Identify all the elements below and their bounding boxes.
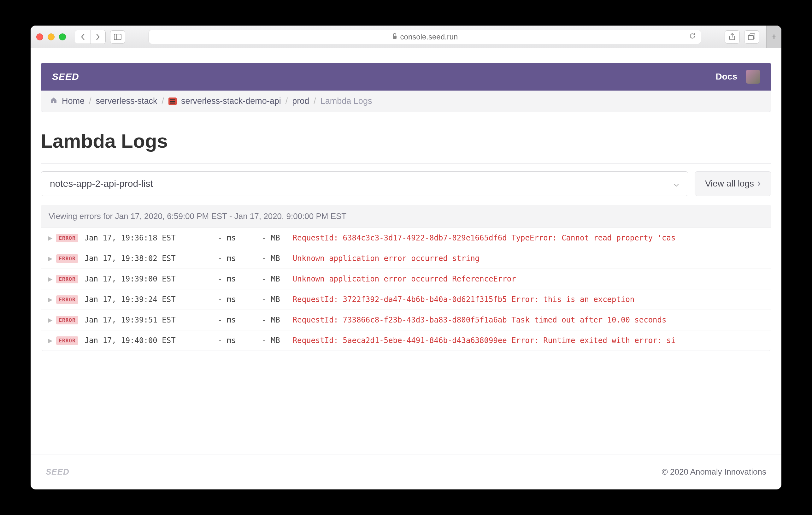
- close-window-button[interactable]: [36, 33, 43, 40]
- view-all-label: View all logs: [705, 179, 754, 189]
- traffic-lights: [36, 33, 66, 40]
- log-message: Unknown application error occurred strin…: [293, 254, 764, 263]
- function-select[interactable]: notes-app-2-api-prod-list: [41, 171, 688, 196]
- breadcrumb: Home / serverless-stack / serverless-sta…: [41, 91, 771, 112]
- log-row[interactable]: ▶ERRORJan 17, 19:40:00 EST- ms- MBReques…: [41, 330, 771, 351]
- tabs-button[interactable]: [744, 30, 759, 44]
- chevron-left-icon: [80, 33, 86, 40]
- expand-icon: ▶: [48, 275, 52, 283]
- breadcrumb-item[interactable]: serverless-stack-demo-api: [181, 96, 281, 106]
- browser-chrome: console.seed.run +: [31, 26, 781, 48]
- log-duration: - ms: [192, 336, 236, 345]
- tabs-icon: [748, 33, 756, 40]
- log-row[interactable]: ▶ERRORJan 17, 19:39:00 EST- ms- MBUnknow…: [41, 268, 771, 289]
- lock-icon: [392, 33, 397, 41]
- log-row[interactable]: ▶ERRORJan 17, 19:39:51 EST- ms- MBReques…: [41, 310, 771, 330]
- chevron-right-icon: [757, 181, 761, 187]
- error-badge: ERROR: [56, 234, 78, 242]
- breadcrumb-current: Lambda Logs: [320, 96, 372, 106]
- svg-rect-5: [748, 35, 753, 40]
- breadcrumb-separator: /: [314, 96, 316, 106]
- error-badge: ERROR: [56, 275, 78, 283]
- sidebar-toggle-button[interactable]: [110, 30, 125, 44]
- home-icon: [50, 96, 57, 106]
- log-message: RequestId: 5aeca2d1-5ebe-4491-846b-d43a6…: [293, 336, 764, 345]
- logs-panel-header: Viewing errors for Jan 17, 2020, 6:59:00…: [41, 205, 771, 228]
- plus-icon: +: [771, 32, 777, 42]
- footer: SEED © 2020 Anomaly Innovations: [31, 454, 781, 489]
- log-timestamp: Jan 17, 19:39:24 EST: [85, 295, 192, 304]
- error-badge: ERROR: [56, 316, 78, 324]
- breadcrumb-home[interactable]: Home: [62, 96, 85, 106]
- caret-down-icon: [673, 178, 679, 189]
- log-duration: - ms: [192, 295, 236, 304]
- log-memory: - MB: [236, 254, 280, 263]
- log-message: RequestId: 3722f392-da47-4b6b-b40a-0d621…: [293, 295, 764, 304]
- back-button[interactable]: [75, 30, 90, 44]
- error-badge: ERROR: [56, 254, 78, 263]
- docs-link[interactable]: Docs: [716, 71, 737, 82]
- url-text: console.seed.run: [400, 32, 458, 41]
- reload-button[interactable]: [689, 32, 696, 41]
- log-row[interactable]: ▶ERRORJan 17, 19:36:18 EST- ms- MBReques…: [41, 228, 771, 248]
- footer-copyright: © 2020 Anomaly Innovations: [662, 467, 766, 477]
- log-duration: - ms: [192, 254, 236, 263]
- log-duration: - ms: [192, 233, 236, 242]
- breadcrumb-item[interactable]: prod: [292, 96, 309, 106]
- share-icon: [729, 33, 736, 41]
- log-memory: - MB: [236, 233, 280, 242]
- share-button[interactable]: [725, 30, 740, 44]
- footer-brand: SEED: [46, 467, 69, 477]
- expand-icon: ▶: [48, 316, 52, 324]
- log-duration: - ms: [192, 316, 236, 324]
- log-timestamp: Jan 17, 19:39:51 EST: [85, 316, 192, 324]
- logs-panel: Viewing errors for Jan 17, 2020, 6:59:00…: [41, 205, 771, 351]
- log-memory: - MB: [236, 275, 280, 283]
- svg-rect-2: [393, 36, 397, 39]
- app-icon: [169, 97, 177, 105]
- log-message: RequestId: 733866c8-f23b-43d3-ba83-d800f…: [293, 316, 764, 324]
- log-timestamp: Jan 17, 19:36:18 EST: [85, 233, 192, 242]
- log-memory: - MB: [236, 295, 280, 304]
- log-timestamp: Jan 17, 19:38:02 EST: [85, 254, 192, 263]
- minimize-window-button[interactable]: [48, 33, 55, 40]
- browser-window: console.seed.run + SEED Docs Hom: [31, 26, 781, 489]
- expand-icon: ▶: [48, 233, 52, 242]
- app-header: SEED Docs: [41, 63, 771, 91]
- brand-logo[interactable]: SEED: [52, 71, 79, 82]
- log-row[interactable]: ▶ERRORJan 17, 19:39:24 EST- ms- MBReques…: [41, 289, 771, 310]
- sidebar-icon: [114, 34, 121, 40]
- view-all-logs-button[interactable]: View all logs: [695, 171, 771, 196]
- breadcrumb-separator: /: [286, 96, 288, 106]
- page-title: Lambda Logs: [41, 130, 771, 152]
- expand-icon: ▶: [48, 336, 52, 345]
- log-timestamp: Jan 17, 19:40:00 EST: [85, 336, 192, 345]
- expand-icon: ▶: [48, 254, 52, 263]
- svg-rect-0: [114, 34, 121, 40]
- log-memory: - MB: [236, 336, 280, 345]
- breadcrumb-item[interactable]: serverless-stack: [96, 96, 157, 106]
- controls-row: notes-app-2-api-prod-list View all logs: [41, 164, 771, 196]
- log-timestamp: Jan 17, 19:39:00 EST: [85, 275, 192, 283]
- page-content: SEED Docs Home / serverless-stack / serv…: [31, 48, 781, 489]
- nav-button-group: [75, 30, 106, 44]
- breadcrumb-separator: /: [89, 96, 91, 106]
- log-duration: - ms: [192, 275, 236, 283]
- log-message: RequestId: 6384c3c3-3d17-4922-8db7-829e1…: [293, 233, 764, 242]
- log-message: Unknown application error occurred Refer…: [293, 275, 764, 283]
- breadcrumb-separator: /: [162, 96, 164, 106]
- error-badge: ERROR: [56, 295, 78, 304]
- error-badge: ERROR: [56, 336, 78, 345]
- new-tab-button[interactable]: +: [766, 26, 781, 48]
- expand-icon: ▶: [48, 295, 52, 304]
- url-bar[interactable]: console.seed.run: [149, 30, 701, 44]
- chevron-right-icon: [95, 33, 101, 40]
- forward-button[interactable]: [90, 30, 105, 44]
- avatar[interactable]: [746, 70, 760, 84]
- reload-icon: [689, 32, 696, 39]
- function-select-value: notes-app-2-api-prod-list: [50, 178, 153, 189]
- log-row[interactable]: ▶ERRORJan 17, 19:38:02 EST- ms- MBUnknow…: [41, 248, 771, 268]
- maximize-window-button[interactable]: [59, 33, 66, 40]
- log-memory: - MB: [236, 316, 280, 324]
